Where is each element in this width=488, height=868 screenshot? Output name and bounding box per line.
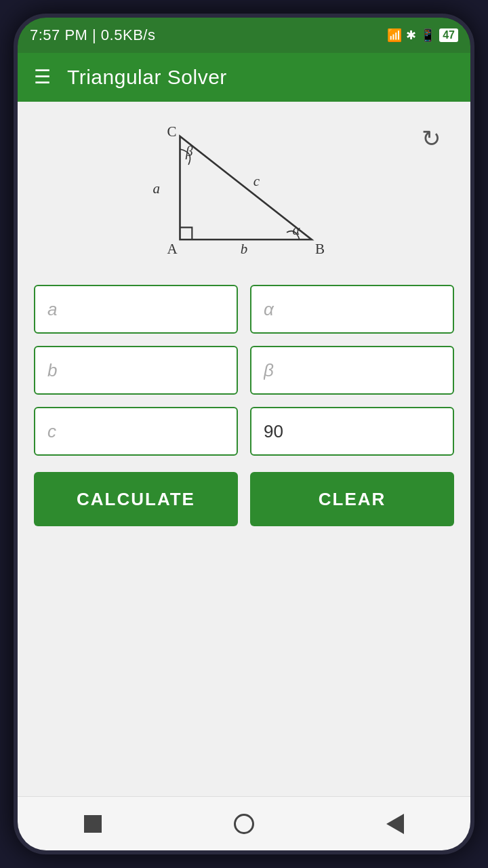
recent-icon <box>84 815 102 833</box>
bt-icon: ✱ <box>406 28 416 43</box>
input-gamma[interactable] <box>250 407 454 456</box>
inputs-grid <box>34 285 454 456</box>
side-b-label: b <box>241 241 248 257</box>
status-icons: 📶 ✱ 📱 47 <box>387 28 458 43</box>
clear-button[interactable]: CLEAR <box>250 472 454 526</box>
triangle-diagram: A B C a b c β α <box>34 115 454 271</box>
input-c[interactable] <box>34 407 238 456</box>
back-icon <box>386 814 404 834</box>
wifi-icon: 📶 <box>387 28 402 43</box>
calculate-button[interactable]: CALCULATE <box>34 472 238 526</box>
signal-icon: 📱 <box>420 28 435 43</box>
phone-frame: 7:57 PM | 0.5KB/s 📶 ✱ 📱 47 ☰ Triangular … <box>14 14 474 854</box>
triangle-svg: A B C a b c β α <box>136 122 352 264</box>
toolbar: ☰ Triangular Solver <box>18 53 470 102</box>
input-alpha[interactable] <box>250 285 454 334</box>
nav-bar <box>18 796 470 850</box>
side-c-label: c <box>253 174 260 190</box>
menu-icon[interactable]: ☰ <box>34 68 51 87</box>
input-b[interactable] <box>34 346 238 395</box>
buttons-row: CALCULATE CLEAR <box>34 472 454 526</box>
status-time: 7:57 PM | 0.5KB/s <box>30 26 155 44</box>
input-a[interactable] <box>34 285 238 334</box>
refresh-button[interactable]: ↻ <box>415 122 447 155</box>
status-bar: 7:57 PM | 0.5KB/s 📶 ✱ 📱 47 <box>18 18 470 53</box>
app-title: Triangular Solver <box>67 66 227 89</box>
battery-icon: 47 <box>439 28 458 42</box>
refresh-icon: ↻ <box>422 127 441 150</box>
vertex-B-label: B <box>315 241 325 257</box>
home-icon <box>234 814 254 834</box>
side-a-label: a <box>153 180 161 197</box>
nav-home-button[interactable] <box>224 804 264 844</box>
vertex-C-label: C <box>167 123 177 140</box>
angle-alpha-label: α <box>292 222 300 238</box>
vertex-A-label: A <box>167 241 178 257</box>
input-beta[interactable] <box>250 346 454 395</box>
nav-recent-button[interactable] <box>73 804 113 844</box>
main-content: A B C a b c β α <box>18 102 470 796</box>
nav-back-button[interactable] <box>375 804 415 844</box>
